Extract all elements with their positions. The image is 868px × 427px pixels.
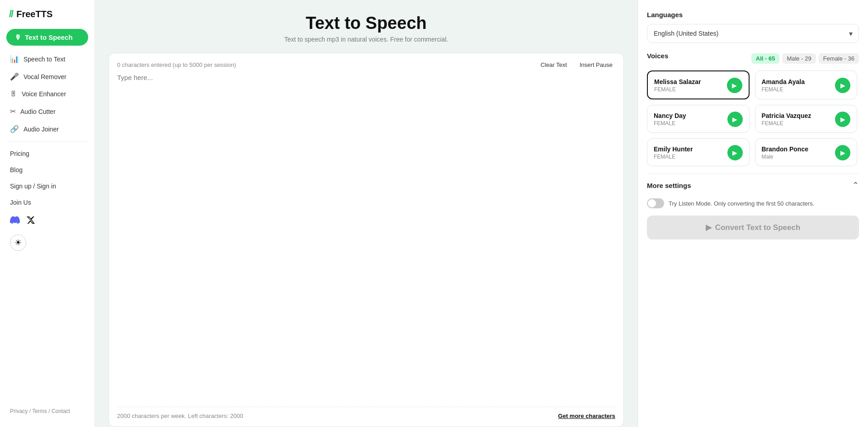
audio-cutter-icon: ✂ (10, 107, 16, 116)
twitter-x-icon[interactable] (26, 216, 35, 227)
voice-name: Melissa Salazar (654, 78, 701, 85)
language-select[interactable]: English (United States) English (United … (647, 24, 859, 43)
voices-label: Voices (647, 52, 668, 60)
char-count: 0 characters entered (up to 5000 per ses… (117, 61, 236, 68)
text-area-container: 0 characters entered (up to 5000 per ses… (108, 53, 624, 427)
voice-card-patricia-vazquez[interactable]: Patricia Vazquez FEMALE ▶ (755, 105, 858, 133)
voices-grid: Melissa Salazar FEMALE ▶ Amanda Ayala FE… (647, 70, 857, 166)
voice-info: Melissa Salazar FEMALE (654, 78, 701, 93)
voices-scroll-area: Melissa Salazar FEMALE ▶ Amanda Ayala FE… (647, 70, 859, 174)
voice-gender: FEMALE (762, 120, 811, 127)
listen-mode-row: Try Listen Mode. Only converting the fir… (647, 195, 859, 214)
play-icon: ▶ (706, 223, 712, 232)
sidebar-item-join-us[interactable]: Join Us (0, 194, 94, 211)
voice-gender: Male (762, 154, 808, 160)
logo-icon: // (9, 8, 13, 20)
sidebar-item-voice-enhancer[interactable]: 🎚 Voice Enhancer (0, 85, 94, 103)
sidebar-item-speech-to-text[interactable]: 📊 Speech to Text (0, 50, 94, 68)
voice-info: Nancy Day FEMALE (654, 112, 686, 127)
voice-card-melissa-salazar[interactable]: Melissa Salazar FEMALE ▶ (647, 70, 750, 99)
nav-divider (6, 141, 88, 142)
voice-name: Nancy Day (654, 112, 686, 119)
voice-info: Patricia Vazquez FEMALE (762, 112, 811, 127)
nav-text-to-speech-active[interactable]: 🎙 Text to Speech (6, 29, 88, 46)
sidebar-item-blog[interactable]: Blog (0, 162, 94, 178)
main-text-input[interactable] (117, 74, 615, 402)
listen-mode-text: Try Listen Mode. Only converting the fir… (669, 200, 815, 207)
sidebar-item-signup[interactable]: Sign up / Sign in (0, 178, 94, 194)
sidebar-item-vocal-remover[interactable]: 🎤 Vocal Remover (0, 68, 94, 85)
play-emily-hunter-button[interactable]: ▶ (727, 145, 743, 160)
filter-female-button[interactable]: Female - 36 (819, 53, 859, 64)
play-nancy-day-button[interactable]: ▶ (727, 112, 743, 127)
filter-male-button[interactable]: Male - 29 (782, 53, 816, 64)
get-more-characters-link[interactable]: Get more characters (558, 413, 615, 419)
theme-toggle-button[interactable]: ☀ (10, 235, 26, 251)
social-row (0, 211, 94, 232)
voice-name: Brandon Ponce (762, 145, 808, 153)
text-area-footer: 2000 characters per week. Left character… (117, 407, 615, 419)
more-settings-label: More settings (647, 182, 691, 189)
play-patricia-vazquez-button[interactable]: ▶ (835, 112, 850, 127)
sidebar-item-audio-cutter[interactable]: ✂ Audio Cutter (0, 103, 94, 120)
text-area-header: 0 characters entered (up to 5000 per ses… (117, 61, 615, 69)
voice-gender: FEMALE (654, 154, 693, 160)
voices-header: Voices All - 65 Male - 29 Female - 36 (647, 52, 859, 65)
vocal-remover-icon: 🎤 (10, 72, 19, 81)
play-brandon-ponce-button[interactable]: ▶ (835, 145, 850, 160)
weekly-chars: 2000 characters per week. Left character… (117, 413, 243, 419)
voice-name: Patricia Vazquez (762, 112, 811, 119)
filter-all-button[interactable]: All - 65 (751, 53, 780, 64)
clear-text-button[interactable]: Clear Text (538, 61, 570, 69)
voice-card-amanda-ayala[interactable]: Amanda Ayala FEMALE ▶ (755, 70, 858, 99)
voice-info: Brandon Ponce Male (762, 145, 808, 160)
play-melissa-salazar-button[interactable]: ▶ (727, 78, 742, 93)
voice-name: Amanda Ayala (762, 78, 805, 85)
main-content: Text to Speech Text to speech mp3 in nat… (95, 0, 637, 427)
footer-links: Privacy / Terms / Contact (0, 404, 94, 419)
tts-icon: 🎙 (14, 33, 21, 41)
audio-joiner-icon: 🔗 (10, 125, 19, 133)
voice-gender: FEMALE (762, 86, 805, 93)
logo-area: // FreeTTS (0, 8, 94, 29)
theme-icon: ☀ (14, 238, 22, 248)
voice-gender: FEMALE (654, 86, 701, 93)
voice-info: Amanda Ayala FEMALE (762, 78, 805, 93)
voice-name: Emily Hunter (654, 145, 693, 153)
voice-card-brandon-ponce[interactable]: Brandon Ponce Male ▶ (755, 138, 858, 166)
discord-icon[interactable] (10, 215, 20, 227)
chevron-up-icon: ⌃ (852, 180, 859, 190)
voice-enhancer-icon: 🎚 (10, 90, 17, 98)
logo-text: FreeTTS (16, 9, 52, 19)
sidebar-item-audio-joiner[interactable]: 🔗 Audio Joiner (0, 120, 94, 138)
voice-card-emily-hunter[interactable]: Emily Hunter FEMALE ▶ (647, 138, 750, 166)
listen-mode-toggle[interactable] (647, 198, 664, 208)
voice-info: Emily Hunter FEMALE (654, 145, 693, 160)
sidebar: // FreeTTS 🎙 Text to Speech 📊 Speech to … (0, 0, 95, 427)
more-settings-header[interactable]: More settings ⌃ (647, 174, 859, 195)
page-subtitle: Text to speech mp3 in natural voices. Fr… (108, 36, 624, 43)
voice-card-nancy-day[interactable]: Nancy Day FEMALE ▶ (647, 105, 750, 133)
languages-label: Languages (647, 11, 859, 19)
voices-filters: All - 65 Male - 29 Female - 36 (751, 53, 859, 64)
insert-pause-button[interactable]: Insert Pause (577, 61, 615, 69)
voice-gender: FEMALE (654, 120, 686, 127)
header-actions: Clear Text Insert Pause (538, 61, 615, 69)
play-amanda-ayala-button[interactable]: ▶ (835, 78, 850, 93)
convert-text-to-speech-button[interactable]: ▶ Convert Text to Speech (647, 216, 859, 239)
language-select-wrapper: English (United States) English (United … (647, 24, 859, 43)
right-panel: Languages English (United States) Englis… (637, 0, 868, 427)
speech-to-text-icon: 📊 (10, 55, 19, 63)
sidebar-item-pricing[interactable]: Pricing (0, 145, 94, 162)
page-title: Text to Speech (108, 14, 624, 33)
